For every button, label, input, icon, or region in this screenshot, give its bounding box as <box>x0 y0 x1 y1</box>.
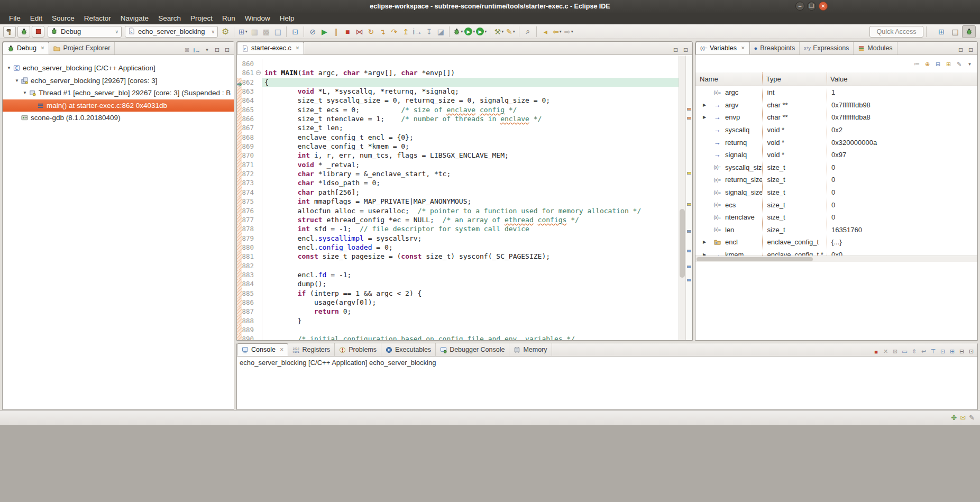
code-line[interactable]: 875 int mmapflags = MAP_PRIVATE|MAP_ANON… <box>237 197 679 206</box>
overview-annotation-mark[interactable] <box>687 279 691 281</box>
terminate-icon[interactable]: ■ <box>342 26 353 38</box>
column-header-value[interactable]: Value <box>826 72 977 86</box>
debug-last-button[interactable] <box>17 26 30 38</box>
code-line[interactable]: 881 const size_t pagesize = (const size_… <box>237 252 679 261</box>
code-line[interactable]: 866 size_t ntenclave = 1; /* number of t… <box>237 114 679 123</box>
menu-refactor[interactable]: Refactor <box>79 13 116 23</box>
menu-file[interactable]: File <box>4 13 25 23</box>
profile-history-icon[interactable]: ▶▾ <box>475 26 487 38</box>
collapse-icon[interactable]: − <box>256 70 261 75</box>
tree-expander-icon[interactable]: ▼ <box>22 90 28 95</box>
menu-window[interactable]: Window <box>240 13 275 23</box>
debug-perspective-button[interactable] <box>962 25 976 38</box>
step-return-icon[interactable]: ↥ <box>400 26 411 38</box>
overview-annotation-mark[interactable] <box>687 230 691 233</box>
debug-tab-debug[interactable]: Debug✕ <box>3 42 49 54</box>
code-line[interactable]: 877 struct ethread_config *ec = NULL; /*… <box>237 215 679 224</box>
debug-tab-project-explorer[interactable]: Project Explorer <box>49 42 115 54</box>
code-line[interactable]: 878 int sfd = -1; // file descriptor for… <box>237 224 679 233</box>
debug-tree[interactable]: ▼Cecho_server_blocking [C/C++ Applicatio… <box>3 56 234 409</box>
debug-tree-row[interactable]: main() at starter-exec.c:862 0x4031db <box>3 99 234 112</box>
instruction-stepping-mode-icon[interactable]: i→ <box>193 45 202 54</box>
display-selected-console-icon[interactable]: ⊡ <box>938 347 947 356</box>
variable-row[interactable]: (x)=returnq_sizesize_t0 <box>695 174 977 186</box>
console-output[interactable] <box>237 368 977 409</box>
collapse-all-icon[interactable]: ⊟ <box>933 60 942 69</box>
editor-overview-ruler[interactable] <box>685 56 692 340</box>
code-line[interactable]: 868 enclave_config_t encl = {0}; <box>237 133 679 142</box>
drop-to-frame-icon[interactable]: ↧ <box>423 26 435 38</box>
variable-row[interactable]: ▶→envpchar **0x7fffffffdba8 <box>695 111 977 124</box>
vars-tab-variables[interactable]: (x)=Variables✕ <box>695 42 750 54</box>
maximize-button[interactable]: ❐ <box>807 2 816 11</box>
tree-expander-icon[interactable]: ▼ <box>14 78 20 83</box>
vars-tab-breakpoints[interactable]: ●Breakpoints <box>750 42 800 54</box>
code-line[interactable]: 890 /* initial configuration based on co… <box>237 334 679 340</box>
variable-row[interactable]: (x)=ecssize_t0 <box>695 198 977 211</box>
console-tab-executables[interactable]: Executables <box>381 343 436 356</box>
view-menu-icon[interactable]: ▼ <box>203 45 212 54</box>
code-line[interactable]: 871 void * _retval; <box>237 160 679 169</box>
variable-row[interactable]: (x)=lensize_t16351760 <box>695 224 977 236</box>
overview-annotation-mark[interactable] <box>687 203 691 206</box>
step-over-icon[interactable]: ↷ <box>388 26 400 38</box>
console-tab-console[interactable]: Console✕ <box>237 343 288 356</box>
terminate-console-icon[interactable]: ■ <box>872 347 881 356</box>
terminate-button[interactable] <box>32 26 44 38</box>
build-button[interactable] <box>3 26 16 38</box>
view-menu-icon[interactable]: ▼ <box>965 60 974 69</box>
code-line[interactable]: 867 size_t len; <box>237 123 679 132</box>
overview-annotation-mark[interactable] <box>687 172 691 175</box>
code-line[interactable]: 885 if (interp == 1 && argc < 2) { <box>237 289 679 298</box>
code-line[interactable]: 860 <box>237 59 679 68</box>
debug-tree-row[interactable]: ▼Thread #1 [echo_server_blo] 29267 [core… <box>3 87 234 99</box>
open-element-icon[interactable]: ✎▾ <box>505 26 516 38</box>
code-line[interactable]: 872 char *library = &_enclave_start, *tc… <box>237 169 679 178</box>
menu-project[interactable]: Project <box>186 13 217 23</box>
back-icon[interactable]: ⇦▾ <box>551 26 563 38</box>
instruction-stepping-icon[interactable]: i→ <box>411 26 423 38</box>
menu-navigate[interactable]: Navigate <box>116 13 153 23</box>
debug-tree-row[interactable]: ▼Cecho_server_blocking [C/C++ Applicatio… <box>3 62 234 75</box>
launch-config-combo[interactable]: c echo_server_blocking ∨ <box>125 26 218 38</box>
close-button[interactable]: ✕ <box>819 2 828 11</box>
code-line[interactable]: 880 encl.config_loaded = 0; <box>237 243 679 252</box>
build-all-icon[interactable]: ▤ <box>272 26 283 38</box>
resume-icon[interactable]: ▶ <box>318 26 330 38</box>
code-line[interactable]: 876 allocfun alloc = useralloc; /* point… <box>237 206 679 215</box>
minimize-button[interactable]: – <box>795 2 804 11</box>
run-history-icon[interactable]: ▶▾ <box>464 26 475 38</box>
step-into-icon[interactable]: ↴ <box>377 26 388 38</box>
menu-run[interactable]: Run <box>217 13 240 23</box>
column-header-type[interactable]: Type <box>762 72 827 86</box>
forward-icon[interactable]: ⇨▾ <box>563 26 574 38</box>
maximize-icon[interactable]: ⊡ <box>681 45 690 54</box>
maximize-icon[interactable]: ⊡ <box>966 45 975 54</box>
code-line[interactable]: 870 int i, r, err, num_tcs, flags = LIBS… <box>237 151 679 160</box>
code-line[interactable]: 886 usage(argv[0]); <box>237 298 679 307</box>
variables-table[interactable]: (x)=argcint1▶→argvchar **0x7fffffffdb98▶… <box>695 86 977 255</box>
code-line[interactable]: 887 return 0; <box>237 307 679 316</box>
code-line[interactable]: 874 char path[256]; <box>237 188 679 197</box>
overview-annotation-mark[interactable] <box>687 266 691 268</box>
close-icon[interactable]: ✕ <box>741 45 745 51</box>
code-line[interactable]: 861−int MAIN(int argc, char *argv[], cha… <box>237 68 679 77</box>
restart-icon[interactable]: ↻ <box>365 26 377 38</box>
variable-row[interactable]: (x)=argcint1 <box>695 86 977 99</box>
last-edit-location-icon[interactable]: ◂ <box>539 26 551 38</box>
code-line[interactable]: 864 size_t syscallq_size = 0, returnq_si… <box>237 96 679 105</box>
pin-console-icon[interactable]: ⊤ <box>929 347 938 356</box>
code-line[interactable]: 882 <box>237 261 679 270</box>
variables-horizontal-scrollbar[interactable] <box>695 255 977 262</box>
scroll-lock-icon[interactable]: ⇳ <box>910 347 919 356</box>
code-line[interactable]: 884 dump(); <box>237 279 679 288</box>
column-header-name[interactable]: Name <box>695 72 762 86</box>
quick-access-button[interactable]: Quick Access <box>869 26 923 38</box>
show-type-names-icon[interactable]: ≔ <box>912 60 921 69</box>
overview-annotation-mark[interactable] <box>687 117 691 120</box>
save-all-icon[interactable]: ▩ <box>260 26 272 38</box>
close-icon[interactable]: ✕ <box>280 347 284 352</box>
new-wizard-icon[interactable]: ⊞▾ <box>237 26 249 38</box>
code-line[interactable]: 865 size_t ecs = 0; /* size of enclave c… <box>237 105 679 114</box>
suspend-icon[interactable]: ∥ <box>330 26 342 38</box>
